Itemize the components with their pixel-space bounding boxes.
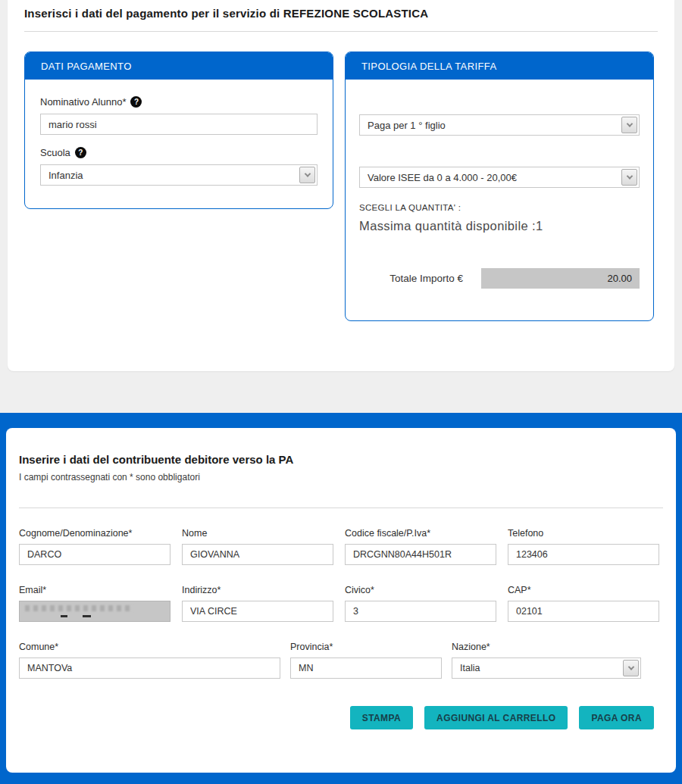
surname-input[interactable] [19, 544, 170, 565]
question-circle-icon[interactable]: ? [75, 147, 86, 158]
fiscal-code-label: Codice fiscale/P.Iva* [345, 528, 496, 539]
redacted-mark [83, 615, 91, 617]
redacted-text [25, 605, 133, 611]
print-button[interactable]: STAMPA [350, 706, 413, 729]
address-field: Indirizzo* [182, 585, 333, 622]
child-number-select[interactable]: Paga per 1 ° figlio [359, 114, 640, 136]
payment-section-card: Inserisci i dati del pagamento per il se… [8, 0, 674, 371]
surname-label: Cognome/Denominazione* [19, 528, 170, 539]
payment-panel-body: Nominativo Alunno* ? Scuola ? Infanzia [25, 80, 333, 208]
address-label: Indirizzo* [182, 585, 333, 595]
name-field: Nome [182, 528, 333, 565]
phone-label: Telefono [508, 528, 659, 539]
nation-label: Nazione* [452, 642, 641, 652]
total-amount-label: Totale Importo € [389, 273, 463, 284]
address-input[interactable] [182, 601, 333, 622]
payment-panel-header: DATI PAGAMENTO [25, 52, 333, 80]
chevron-down-icon [623, 660, 639, 676]
redacted-mark [61, 615, 67, 617]
panels-row: DATI PAGAMENTO Nominativo Alunno* ? Scuo… [24, 52, 658, 321]
isee-range-select-value: Valore ISEE da 0 a 4.000 - 20,00€ [368, 172, 517, 183]
nation-select-value: Italia [460, 663, 480, 673]
tariff-panel-header: TIPOLOGIA DELLA TARIFFA [346, 52, 653, 80]
email-input-disabled [19, 601, 170, 622]
question-circle-icon[interactable]: ? [130, 96, 142, 108]
debtor-section-band: Inserire i dati del contribuente debitor… [0, 413, 682, 784]
city-field: Comune* [19, 642, 280, 679]
payment-data-panel: DATI PAGAMENTO Nominativo Alunno* ? Scuo… [24, 52, 333, 209]
nation-field: Nazione* Italia [452, 642, 641, 679]
email-field: Email* [19, 585, 170, 622]
child-number-select-value: Paga per 1 ° figlio [368, 120, 446, 131]
action-buttons-row: STAMPA AGGIUNGI AL CARRELLO PAGA ORA [19, 706, 663, 729]
phone-input[interactable] [508, 544, 659, 565]
phone-field: Telefono [508, 528, 659, 565]
student-name-label: Nominativo Alunno* [40, 96, 126, 108]
tariff-type-panel: TIPOLOGIA DELLA TARIFFA Paga per 1 ° fig… [345, 52, 654, 321]
quantity-section-label: SCEGLI LA QUANTITA' : [359, 203, 640, 212]
school-label: Scuola [40, 147, 70, 158]
title-divider [24, 31, 658, 32]
nation-select[interactable]: Italia [452, 657, 641, 679]
school-label-row: Scuola ? [40, 147, 318, 158]
form-row-2: Email* Indirizzo* Civico* CAP* [19, 565, 663, 622]
chevron-down-icon [299, 167, 315, 183]
cap-input[interactable] [508, 601, 659, 622]
total-amount-input [481, 268, 640, 289]
student-name-input[interactable] [40, 114, 318, 135]
form-row-1: Cognome/Denominazione* Nome Codice fisca… [19, 508, 663, 565]
school-select-value: Infanzia [48, 170, 83, 181]
cap-label: CAP* [508, 585, 659, 595]
add-to-cart-button[interactable]: AGGIUNGI AL CARRELLO [424, 706, 568, 729]
civic-input[interactable] [345, 601, 496, 622]
debtor-form-card: Inserire i dati del contribuente debitor… [6, 428, 676, 773]
city-input[interactable] [19, 657, 280, 679]
chevron-down-icon [621, 169, 637, 186]
max-quantity-text: Massima quantità disponibile :1 [359, 219, 640, 233]
total-amount-row: Totale Importo € [359, 268, 640, 289]
email-label: Email* [19, 585, 170, 595]
province-label: Provincia* [290, 642, 442, 652]
name-label: Nome [182, 528, 333, 539]
fiscal-code-input[interactable] [345, 544, 496, 565]
school-select[interactable]: Infanzia [40, 164, 318, 186]
required-fields-note: I campi contrassegnati con * sono obblig… [19, 472, 663, 483]
province-input[interactable] [290, 657, 442, 679]
isee-range-select[interactable]: Valore ISEE da 0 a 4.000 - 20,00€ [359, 167, 640, 188]
student-name-label-row: Nominativo Alunno* ? [40, 96, 318, 108]
page-title: Inserisci i dati del pagamento per il se… [24, 0, 658, 20]
city-label: Comune* [19, 642, 280, 652]
pay-now-button[interactable]: PAGA ORA [579, 706, 654, 729]
civic-label: Civico* [345, 585, 496, 595]
civic-field: Civico* [345, 585, 496, 622]
surname-field: Cognome/Denominazione* [19, 528, 170, 565]
name-input[interactable] [182, 544, 333, 565]
form-row-3: Comune* Provincia* Nazione* Italia [19, 622, 663, 679]
province-field: Provincia* [290, 642, 442, 679]
tariff-panel-body: Paga per 1 ° figlio Valore ISEE da 0 a 4… [346, 80, 653, 320]
fiscal-code-field: Codice fiscale/P.Iva* [345, 528, 496, 565]
debtor-form-title: Inserire i dati del contribuente debitor… [19, 453, 663, 466]
chevron-down-icon [621, 117, 637, 133]
cap-field: CAP* [508, 585, 659, 622]
